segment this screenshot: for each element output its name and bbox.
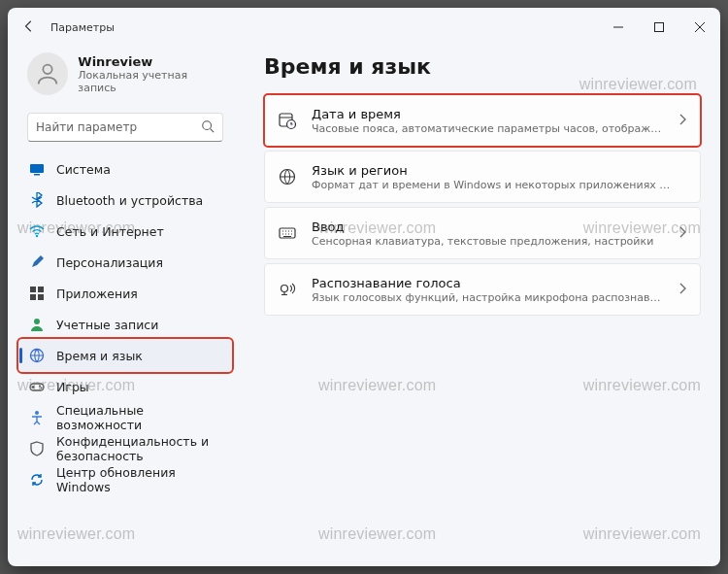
sidebar-item-label: Конфиденциальность и безопасность: [56, 434, 221, 463]
sidebar-item-label: Время и язык: [56, 349, 143, 363]
window-minimize-button[interactable]: [598, 12, 639, 43]
svg-rect-9: [38, 287, 44, 292]
user-name: Winreview: [78, 54, 223, 69]
window-maximize-button[interactable]: [639, 12, 679, 43]
user-subtitle: Локальная учетная запись: [78, 69, 223, 94]
search-placeholder: Найти параметр: [36, 120, 201, 134]
settings-card-3[interactable]: Распознавание голосаЯзык голосовых функц…: [264, 263, 701, 316]
brush-icon: [29, 254, 45, 270]
search-icon: [201, 119, 215, 136]
svg-point-7: [36, 235, 38, 237]
update-icon: [29, 472, 45, 488]
svg-rect-11: [38, 294, 44, 300]
sidebar-item-label: Специальные возможности: [56, 403, 221, 432]
apps-icon: [29, 286, 45, 301]
sidebar-item-4[interactable]: Приложения: [19, 278, 231, 309]
svg-point-17: [35, 411, 39, 415]
sidebar-item-7[interactable]: Игры: [19, 371, 231, 402]
titlebar: Параметры: [8, 8, 720, 47]
sidebar-item-label: Приложения: [56, 287, 138, 301]
keyboard-icon: [277, 223, 298, 243]
svg-point-2: [43, 65, 51, 74]
bluetooth-icon: [29, 192, 45, 208]
svg-point-12: [34, 319, 40, 324]
sidebar-item-label: Система: [56, 162, 111, 177]
card-subtitle: Сенсорная клавиатура, текстовые предложе…: [312, 235, 665, 248]
window-close-button[interactable]: [679, 12, 720, 43]
card-subtitle: Язык голосовых функций, настройка микроф…: [312, 291, 665, 304]
card-title: Ввод: [312, 219, 665, 234]
sidebar-item-label: Сеть и Интернет: [56, 224, 164, 239]
app-title: Параметры: [50, 21, 115, 34]
card-title: Распознавание голоса: [312, 276, 665, 290]
sidebar-item-9[interactable]: Конфиденциальность и безопасность: [19, 433, 231, 464]
svg-rect-1: [655, 23, 664, 32]
sidebar-item-2[interactable]: Сеть и Интернет: [19, 216, 231, 247]
settings-card-2[interactable]: ВводСенсорная клавиатура, текстовые пред…: [264, 207, 701, 259]
search-input[interactable]: Найти параметр: [27, 113, 223, 142]
sidebar-item-5[interactable]: Учетные записи: [19, 309, 231, 340]
sidebar-item-label: Игры: [56, 380, 89, 394]
card-title: Язык и регион: [312, 163, 673, 178]
calendar-clock-icon: [277, 111, 298, 130]
chevron-right-icon: [678, 114, 686, 128]
globe-lang-icon: [277, 167, 298, 186]
sidebar-item-8[interactable]: Специальные возможности: [19, 402, 231, 433]
settings-window: Параметры Winreview Локальная учетная за…: [8, 8, 720, 566]
sidebar-item-10[interactable]: Центр обновления Windows: [19, 464, 231, 495]
svg-rect-8: [30, 287, 36, 292]
svg-line-4: [211, 128, 215, 132]
svg-rect-6: [34, 174, 40, 176]
main-content: Время и язык Дата и времяЧасовые пояса, …: [237, 47, 720, 566]
svg-point-15: [39, 386, 41, 388]
sidebar-item-0[interactable]: Система: [19, 153, 231, 185]
sidebar-item-label: Персонализация: [56, 255, 163, 270]
privacy-icon: [29, 441, 45, 456]
wifi-icon: [29, 223, 45, 239]
user-account-row[interactable]: Winreview Локальная учетная запись: [19, 47, 231, 109]
sidebar-item-3[interactable]: Персонализация: [19, 247, 231, 278]
sidebar-item-1[interactable]: Bluetooth и устройства: [19, 185, 231, 216]
svg-point-3: [203, 120, 212, 129]
sidebar-item-label: Центр обновления Windows: [56, 465, 221, 494]
card-subtitle: Формат дат и времени в Windows и некотор…: [312, 179, 673, 191]
svg-rect-10: [30, 294, 36, 300]
sidebar-item-label: Bluetooth и устройства: [56, 193, 203, 208]
access-icon: [29, 410, 45, 425]
settings-card-0[interactable]: Дата и времяЧасовые пояса, автоматически…: [264, 94, 701, 147]
system-icon: [29, 161, 45, 177]
globe-icon: [29, 348, 45, 363]
chevron-right-icon: [678, 226, 686, 241]
speech-icon: [277, 280, 298, 299]
back-button[interactable]: [21, 19, 37, 36]
svg-point-23: [281, 286, 288, 292]
avatar: [27, 52, 68, 95]
chevron-right-icon: [678, 283, 686, 297]
account-icon: [29, 317, 45, 332]
sidebar-item-label: Учетные записи: [56, 318, 158, 332]
svg-rect-5: [30, 164, 44, 173]
svg-point-16: [41, 388, 43, 389]
sidebar: Winreview Локальная учетная запись Найти…: [8, 47, 237, 566]
card-subtitle: Часовые пояса, автоматические параметры …: [312, 122, 665, 135]
games-icon: [29, 379, 45, 394]
sidebar-item-6[interactable]: Время и язык: [19, 340, 231, 371]
card-title: Дата и время: [312, 107, 665, 121]
settings-card-1[interactable]: Язык и регионФормат дат и времени в Wind…: [264, 151, 701, 203]
page-title: Время и язык: [264, 54, 701, 79]
